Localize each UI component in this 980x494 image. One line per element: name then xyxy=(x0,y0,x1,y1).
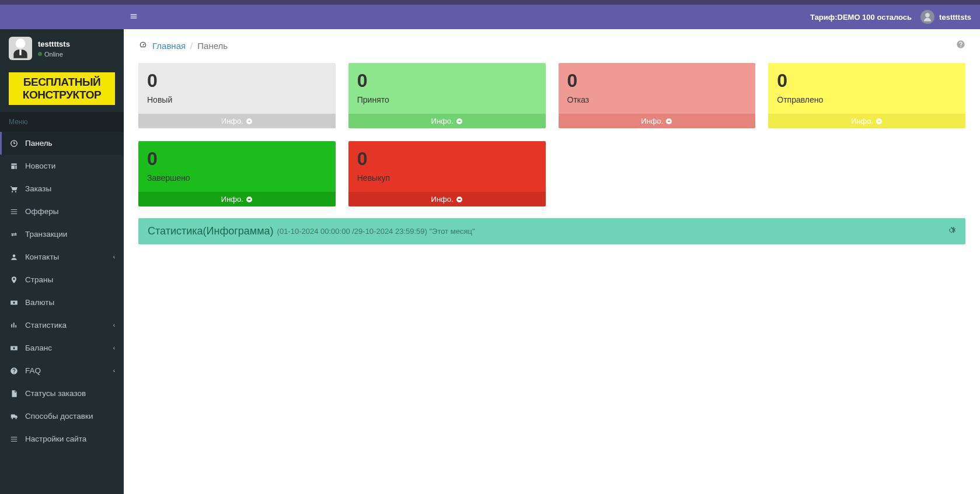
sidebar-item-10[interactable]: FAQ‹ xyxy=(0,359,124,382)
dashboard-icon xyxy=(9,139,19,148)
stat-subtitle: (01-10-2024 00:00:00 /29-10-2024 23:59:5… xyxy=(277,227,475,236)
money-icon xyxy=(9,299,19,307)
card-info-link[interactable]: Инфо. xyxy=(138,114,336,128)
header: Тариф:DEMO 100 осталось testtttsts xyxy=(0,5,980,29)
topbar-strip xyxy=(0,0,980,5)
sidebar-item-1[interactable]: Новости xyxy=(0,155,124,177)
card-info-link[interactable]: Инфо. xyxy=(559,114,756,128)
sidebar-item-label: Статусы заказов xyxy=(25,389,86,398)
chevron-left-icon: ‹ xyxy=(113,345,115,351)
card-value: 0 xyxy=(357,70,537,92)
menu-header: Меню xyxy=(0,112,124,132)
sidebar-item-label: Баланс xyxy=(25,344,52,352)
tariff-info: Тариф:DEMO 100 осталось xyxy=(810,13,912,22)
card-label: Отказ xyxy=(567,95,747,104)
sidebar-item-label: Офферы xyxy=(25,207,58,216)
sidebar-item-label: Валюты xyxy=(25,298,54,307)
status-card-5: 0НевыкупИнфо. xyxy=(348,141,546,206)
question-icon xyxy=(9,367,19,375)
menu-toggle[interactable] xyxy=(124,11,144,23)
breadcrumb: Главная / Панель xyxy=(124,29,980,57)
cards-grid: 0НовыйИнфо. 0ПринятоИнфо. 0ОтказИнфо. 0О… xyxy=(124,57,980,218)
sidebar-item-5[interactable]: Контакты‹ xyxy=(0,246,124,268)
sidebar-item-label: FAQ xyxy=(25,366,41,375)
statistics-panel: Статистика(Инфограмма) (01-10-2024 00:00… xyxy=(138,218,965,244)
status-dot-icon xyxy=(38,52,42,56)
news-icon xyxy=(9,162,19,170)
breadcrumb-home[interactable]: Главная xyxy=(152,41,186,51)
bar-icon xyxy=(9,321,19,330)
user-panel: testtttsts Online xyxy=(0,29,124,68)
sidebar-item-7[interactable]: Валюты xyxy=(0,291,124,314)
money-icon xyxy=(9,344,19,352)
sidebar-item-label: Статистика xyxy=(25,321,67,330)
chevron-left-icon: ‹ xyxy=(113,254,115,260)
status-card-0: 0НовыйИнфо. xyxy=(138,63,336,128)
truck-icon xyxy=(9,412,19,421)
user-menu[interactable]: testtttsts xyxy=(920,10,971,24)
card-value: 0 xyxy=(147,148,327,170)
card-info-link[interactable]: Инфо. xyxy=(348,114,546,128)
sidebar-item-4[interactable]: Транзакции xyxy=(0,223,124,246)
status-card-3: 0ОтправленоИнфо. xyxy=(768,63,965,128)
sidebar-item-label: Панель xyxy=(25,139,53,148)
breadcrumb-current: Панель xyxy=(197,41,228,51)
card-label: Принято xyxy=(357,95,537,104)
dashboard-icon xyxy=(138,41,148,51)
avatar-icon xyxy=(920,10,934,24)
card-value: 0 xyxy=(567,70,747,92)
status-card-4: 0ЗавершеноИнфо. xyxy=(138,141,336,206)
card-value: 0 xyxy=(357,148,537,170)
card-label: Невыкуп xyxy=(357,173,537,183)
chevron-left-icon: ‹ xyxy=(113,322,115,328)
sidebar-item-3[interactable]: Офферы xyxy=(0,200,124,223)
username-label: testtttsts xyxy=(939,13,971,22)
user-status: Online xyxy=(38,51,70,58)
list-icon xyxy=(9,208,19,216)
users-icon xyxy=(9,253,19,261)
sidebar-item-label: Настройки сайта xyxy=(25,435,86,443)
sidebar-item-label: Способы доставки xyxy=(25,412,93,421)
help-icon[interactable] xyxy=(956,40,965,51)
file-icon xyxy=(9,390,19,398)
sidebar-item-8[interactable]: Статистика‹ xyxy=(0,314,124,337)
sidebar-item-13[interactable]: Настройки сайта xyxy=(0,428,124,450)
user-avatar xyxy=(9,37,32,60)
sidebar: testtttsts Online БЕСПЛАТНЫЙ КОНСТРУКТОР… xyxy=(0,29,124,494)
sidebar-item-6[interactable]: Страны xyxy=(0,268,124,291)
stat-title: Статистика(Инфограмма) xyxy=(148,225,274,237)
status-card-2: 0ОтказИнфо. xyxy=(559,63,756,128)
sidebar-item-12[interactable]: Способы доставки xyxy=(0,405,124,428)
card-info-link[interactable]: Инфо. xyxy=(768,114,965,128)
exchange-icon xyxy=(9,230,19,239)
card-value: 0 xyxy=(777,70,957,92)
main-content: Главная / Панель 0НовыйИнфо. 0ПринятоИнф… xyxy=(124,29,980,494)
sidebar-item-label: Заказы xyxy=(25,184,51,193)
user-name: testtttsts xyxy=(38,40,70,48)
logo: БЕСПЛАТНЫЙ КОНСТРУКТОР xyxy=(9,72,115,105)
card-label: Новый xyxy=(147,95,327,104)
card-label: Отправлено xyxy=(777,95,957,104)
chevron-left-icon: ‹ xyxy=(113,367,115,374)
card-info-link[interactable]: Инфо. xyxy=(138,192,336,206)
settings-icon[interactable] xyxy=(946,225,956,237)
sidebar-item-2[interactable]: Заказы xyxy=(0,177,124,200)
cart-icon xyxy=(9,185,19,193)
card-label: Завершено xyxy=(147,173,327,183)
card-value: 0 xyxy=(147,70,327,92)
sidebar-item-9[interactable]: Баланс‹ xyxy=(0,337,124,359)
sidebar-item-label: Контакты xyxy=(25,253,59,261)
card-info-link[interactable]: Инфо. xyxy=(348,192,546,206)
sidebar-item-label: Страны xyxy=(25,275,53,284)
sidebar-item-label: Транзакции xyxy=(25,230,67,239)
marker-icon xyxy=(9,276,19,284)
sidebar-item-0[interactable]: Панель xyxy=(0,132,124,155)
sidebar-item-label: Новости xyxy=(25,162,55,170)
list-icon xyxy=(9,435,19,443)
status-card-1: 0ПринятоИнфо. xyxy=(348,63,546,128)
sidebar-item-11[interactable]: Статусы заказов xyxy=(0,382,124,405)
